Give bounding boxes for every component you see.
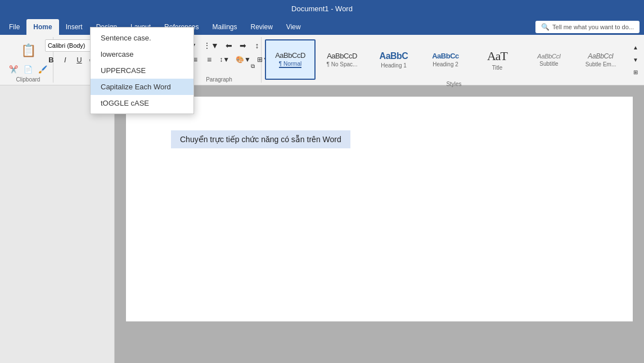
style-normal[interactable]: AaBbCcD ¶ Normal <box>265 39 316 80</box>
document-area: Chuyển trực tiếp chức năng có sẵn trên W… <box>0 85 644 363</box>
multilevel-button[interactable]: ⋮▼ <box>201 39 221 52</box>
style-no-spacing[interactable]: AaBbCcD ¶ No Spac... <box>317 39 367 80</box>
styles-scroll-down-button[interactable]: ▼ <box>629 54 642 65</box>
lowercase-label: lowercase <box>101 50 134 58</box>
decrease-indent-button[interactable]: ⬅ <box>223 39 235 52</box>
cut-button[interactable]: ✂️ <box>7 63 20 75</box>
style-heading2[interactable]: AaBbCc Heading 2 <box>420 39 471 80</box>
style-subtle-emphasis[interactable]: AaBbCcI Subtle Em... <box>575 39 626 80</box>
font-name-value: Calibri (Body) <box>48 42 85 49</box>
document-main-text: Chuyển trực tiếp chức năng có sẵn trên W… <box>180 135 341 144</box>
search-placeholder[interactable]: Tell me what you want to do... <box>552 24 634 30</box>
tab-review[interactable]: Review <box>244 19 279 35</box>
justify-button[interactable]: ≡ <box>203 53 215 66</box>
style-heading1[interactable]: AaBbC Heading 1 <box>368 39 419 80</box>
tab-file[interactable]: File <box>2 19 26 35</box>
dropdown-item-capitalize[interactable]: Capitalize Each Word <box>91 79 193 95</box>
clipboard-label: Clipboard <box>16 75 40 83</box>
styles-group-label: Styles <box>446 80 461 87</box>
case-dropdown-menu: Sentence case. lowercase UPPERCASE Capit… <box>90 27 194 114</box>
paragraph-group-label: Paragraph <box>206 75 232 83</box>
paragraph-settings-button[interactable]: ⧉ <box>246 60 259 72</box>
line-spacing-button[interactable]: ↕▼ <box>217 53 232 66</box>
title-bar: Document1 - Word <box>0 0 644 17</box>
dropdown-item-lowercase[interactable]: lowercase <box>91 46 193 62</box>
dropdown-item-uppercase[interactable]: UPPERCASE <box>91 62 193 79</box>
left-panel <box>0 85 115 363</box>
styles-scroll-up-button[interactable]: ▲ <box>629 42 642 53</box>
style-subtitle[interactable]: AaBbCcI Subtitle <box>524 39 574 80</box>
bold-button[interactable]: B <box>45 53 57 66</box>
toggle-case-label: tOGGLE cASE <box>101 99 149 107</box>
italic-button[interactable]: I <box>59 53 71 66</box>
copy-button[interactable]: 📄 <box>21 63 35 75</box>
sentence-case-label: Sentence case. <box>101 34 151 42</box>
document-text-block: Chuyển trực tiếp chức năng có sẵn trên W… <box>171 130 350 148</box>
dropdown-item-sentence-case[interactable]: Sentence case. <box>91 30 193 46</box>
style-title[interactable]: AaT Title <box>472 39 523 80</box>
underline-button[interactable]: U <box>73 53 85 66</box>
capitalize-label: Capitalize Each Word <box>101 83 171 91</box>
search-icon: 🔍 <box>541 23 550 31</box>
increase-indent-button[interactable]: ➡ <box>237 39 249 52</box>
tab-mailings[interactable]: Mailings <box>205 19 244 35</box>
document-page: Chuyển trực tiếp chức năng có sẵn trên W… <box>126 97 633 321</box>
uppercase-label: UPPERCASE <box>101 66 146 75</box>
tab-view[interactable]: View <box>280 19 308 35</box>
styles-expand-button[interactable]: ⊞ <box>629 66 642 78</box>
styles-group: AaBbCcD ¶ Normal AaBbCcD ¶ No Spac... Aa… <box>262 37 644 83</box>
title-text: Document1 - Word <box>291 4 353 13</box>
tab-home[interactable]: Home <box>26 19 58 35</box>
tab-insert[interactable]: Insert <box>59 19 89 35</box>
dropdown-item-toggle-case[interactable]: tOGGLE cASE <box>91 95 193 111</box>
page-area[interactable]: Chuyển trực tiếp chức năng có sẵn trên W… <box>115 85 644 363</box>
paste-button[interactable]: 📋 <box>17 39 39 62</box>
